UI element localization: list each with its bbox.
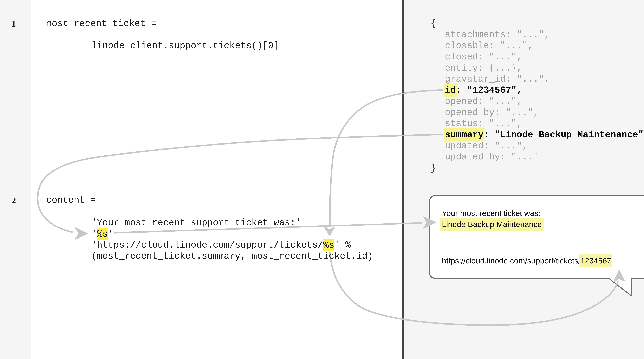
placeholder-id: %s [323,239,334,251]
json-summary-value: : "Linode Backup Maintenance", [484,130,644,140]
code-line-1-continuation: linode_client.support.tickets()[0] [91,40,279,51]
bubble-url-id-highlight: 1234567 [580,254,612,267]
annotation-overlay [0,0,644,359]
placeholder-summary: %s [97,228,108,240]
code-line-2: content = [46,195,96,206]
quote-open: ' [91,229,97,239]
json-field-entity: entity: {...}, [445,62,522,73]
json-id-key: id [444,84,457,97]
code-string-3: 'https://cloud.linode.com/support/ticket… [91,240,351,251]
json-field-opened: opened: "...", [445,96,522,107]
code-line-1: most_recent_ticket = [46,18,156,29]
quote-close: ' [108,229,114,239]
bubble-url-prefix: https://cloud.linode.com/support/tickets… [442,256,580,265]
json-id-value: : "1234567", [456,85,522,95]
code-string-1: 'Your most recent support ticket was:' [91,217,301,228]
json-field-gravatar-id: gravatar_id: "...", [445,74,550,85]
json-summary-key: summary [444,128,484,141]
json-field-status: status: "...", [445,118,522,129]
connector-id-to-url-placeholder [330,90,443,226]
json-field-updated-by: updated_by: "..." [445,151,539,162]
json-field-closable: closable: "...", [445,40,533,51]
json-open-brace: { [430,18,436,29]
json-field-summary: summary: "Linode Backup Maintenance", [445,129,644,140]
json-field-id: id: "1234567", [445,85,522,96]
json-close-brace: } [430,163,436,174]
json-field-updated: updated: "...", [445,140,528,151]
code-string-2: '%s' [91,228,114,239]
bubble-text-line1: Your most recent ticket was: [442,208,540,219]
bubble-url-line: https://cloud.linode.com/support/tickets… [442,255,612,266]
url-string-suffix: ' % [334,240,351,250]
json-field-opened-by: opened_by: "...", [445,107,539,118]
code-annotation-diagram: 1 2 most_recent_ticket = linode_client.s… [0,0,644,359]
json-field-attachments: attachments: "...", [445,29,550,40]
url-string-prefix: 'https://cloud.linode.com/support/ticket… [91,240,323,250]
arrowhead-down-icon [323,226,336,236]
arrowhead-right-icon [74,227,88,240]
bubble-summary-highlight: Linode Backup Maintenance [440,218,544,231]
json-field-closed: closed: "...", [445,51,522,62]
code-string-4: (most_recent_ticket.summary, most_recent… [91,251,373,262]
bubble-text-line2: Linode Backup Maintenance [442,219,542,230]
